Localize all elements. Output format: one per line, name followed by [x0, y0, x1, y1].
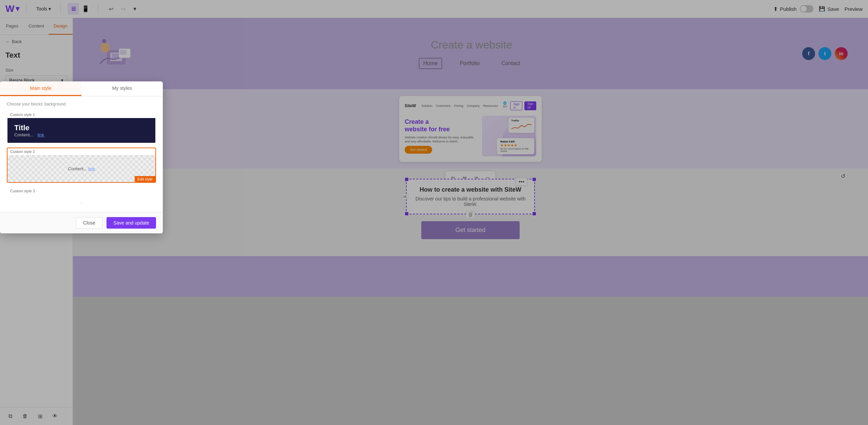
scroll-indicator: ··· [7, 199, 156, 207]
style-card-1[interactable]: Custom style 1 Title Content... link [7, 111, 156, 143]
style-card-2-wrap: Content... link Edit style [7, 155, 155, 182]
style-card-3-label: Custom style 3 [7, 188, 155, 194]
card-1-link[interactable]: link [37, 132, 44, 137]
modal-section-title: Choose your blocks' background [7, 102, 156, 107]
style-card-2-label: Custom style 2 [7, 148, 155, 155]
style-card-1-preview: Title Content... link [7, 118, 155, 143]
modal-close-button[interactable]: Close [76, 217, 102, 229]
card-2-link[interactable]: link [88, 166, 95, 171]
modal-overlay: Main style My styles Choose your blocks'… [0, 0, 868, 425]
style-card-1-label: Custom style 1 [7, 111, 155, 118]
edit-style-badge[interactable]: Edit style [135, 176, 155, 182]
modal-footer: Close Save and update [0, 212, 163, 233]
style-card-3[interactable]: Custom style 3 [7, 187, 156, 195]
style-card-2-preview: Content... link [7, 155, 155, 182]
style-card-2[interactable]: Custom style 2 Content... link Edit styl… [7, 148, 156, 183]
card-2-content-text: Content... [68, 166, 87, 171]
modal-tab-my-styles[interactable]: My styles [81, 81, 163, 96]
modal-tabs: Main style My styles [0, 81, 163, 96]
card-1-content: Content... link [14, 132, 149, 137]
style-modal: Main style My styles Choose your blocks'… [0, 81, 163, 233]
save-update-button[interactable]: Save and update [107, 217, 156, 229]
modal-tab-main-style[interactable]: Main style [0, 81, 81, 96]
checker-content: Content... link [68, 166, 95, 171]
modal-body: Choose your blocks' background Custom st… [0, 96, 163, 212]
card-1-title: Title [14, 123, 149, 132]
card-1-content-text: Content... [14, 132, 33, 137]
